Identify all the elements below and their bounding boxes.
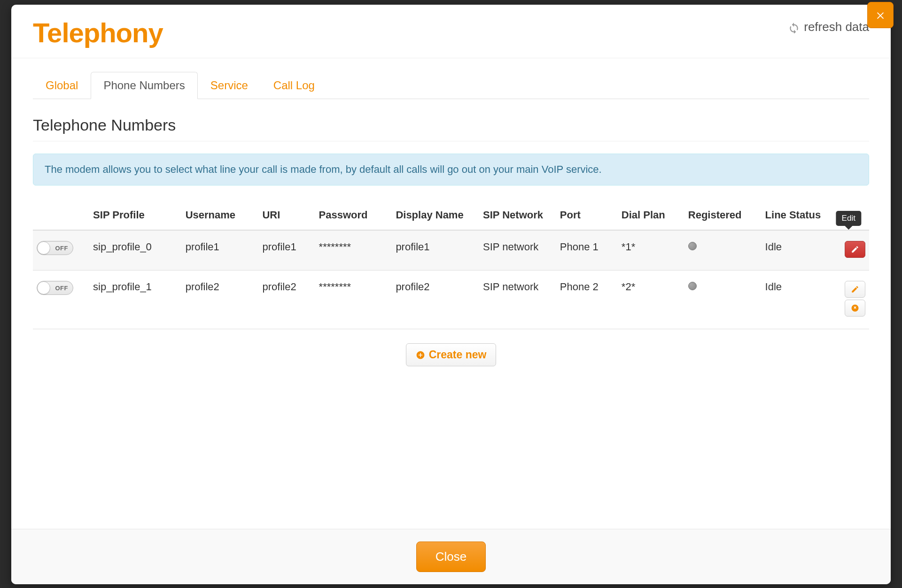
cell-uri: profile2 bbox=[258, 271, 315, 329]
cell-password: ******** bbox=[315, 271, 392, 329]
col-line-status: Line Status bbox=[762, 203, 828, 230]
cell-sip-network: SIP network bbox=[479, 230, 556, 271]
cell-username: profile1 bbox=[182, 230, 259, 271]
col-dial-plan: Dial Plan bbox=[618, 203, 684, 230]
plus-circle-icon bbox=[416, 350, 425, 360]
refresh-label: refresh data bbox=[804, 20, 869, 34]
col-username: Username bbox=[182, 203, 259, 230]
col-display-name: Display Name bbox=[392, 203, 479, 230]
cell-password: ******** bbox=[315, 230, 392, 271]
cell-sip-network: SIP network bbox=[479, 271, 556, 329]
telephony-modal: Telephony refresh data Global Phone Numb… bbox=[11, 5, 891, 584]
modal-footer: Close bbox=[11, 529, 891, 584]
section-title: Telephone Numbers bbox=[33, 116, 869, 141]
tab-service[interactable]: Service bbox=[198, 72, 261, 99]
col-password: Password bbox=[315, 203, 392, 230]
modal-header: Telephony refresh data bbox=[11, 5, 891, 58]
edit-icon bbox=[851, 285, 859, 294]
tab-call-log[interactable]: Call Log bbox=[261, 72, 327, 99]
delete-icon bbox=[851, 304, 859, 312]
info-alert: The modem allows you to select what line… bbox=[33, 154, 869, 186]
edit-icon bbox=[851, 245, 859, 254]
cell-line-status: Idle bbox=[762, 230, 828, 271]
cell-port: Phone 2 bbox=[556, 271, 618, 329]
refresh-icon bbox=[788, 21, 800, 33]
toggle-off-label: OFF bbox=[55, 285, 69, 292]
tab-global[interactable]: Global bbox=[33, 72, 91, 99]
delete-button[interactable] bbox=[845, 300, 865, 317]
cell-sip-profile: sip_profile_1 bbox=[89, 271, 182, 329]
edit-tooltip: Edit bbox=[836, 211, 861, 226]
table-row: OFF sip_profile_0 profile1 profile1 ****… bbox=[33, 230, 869, 271]
page-title: Telephony bbox=[33, 17, 163, 48]
cell-port: Phone 1 bbox=[556, 230, 618, 271]
modal-body: Global Phone Numbers Service Call Log Te… bbox=[11, 58, 891, 529]
phone-numbers-table: SIP Profile Username URI Password Displa… bbox=[33, 203, 869, 329]
close-icon bbox=[875, 10, 886, 20]
enable-toggle[interactable]: OFF bbox=[37, 281, 73, 295]
toggle-off-label: OFF bbox=[55, 245, 69, 252]
edit-button[interactable] bbox=[845, 241, 865, 258]
tab-bar: Global Phone Numbers Service Call Log bbox=[33, 71, 869, 99]
enable-toggle[interactable]: OFF bbox=[37, 241, 73, 255]
create-new-button[interactable]: Create new bbox=[406, 343, 497, 366]
registered-indicator bbox=[688, 282, 697, 290]
cell-dial-plan: *2* bbox=[618, 271, 684, 329]
table-row: OFF sip_profile_1 profile2 profile2 ****… bbox=[33, 271, 869, 329]
cell-uri: profile1 bbox=[258, 230, 315, 271]
cell-display-name: profile1 bbox=[392, 230, 479, 271]
modal-close-button[interactable] bbox=[867, 2, 894, 28]
col-port: Port bbox=[556, 203, 618, 230]
cell-display-name: profile2 bbox=[392, 271, 479, 329]
col-sip-profile: SIP Profile bbox=[89, 203, 182, 230]
toggle-knob bbox=[37, 241, 50, 255]
toggle-knob bbox=[37, 281, 50, 294]
cell-username: profile2 bbox=[182, 271, 259, 329]
tab-phone-numbers[interactable]: Phone Numbers bbox=[91, 72, 197, 99]
edit-button[interactable] bbox=[845, 281, 865, 298]
close-button[interactable]: Close bbox=[416, 542, 486, 572]
refresh-data-link[interactable]: refresh data bbox=[788, 20, 869, 34]
cell-line-status: Idle bbox=[762, 271, 828, 329]
cell-sip-profile: sip_profile_0 bbox=[89, 230, 182, 271]
col-registered: Registered bbox=[684, 203, 762, 230]
col-toggle bbox=[33, 203, 89, 230]
col-sip-network: SIP Network bbox=[479, 203, 556, 230]
create-new-label: Create new bbox=[429, 348, 487, 361]
cell-dial-plan: *1* bbox=[618, 230, 684, 271]
col-uri: URI bbox=[258, 203, 315, 230]
registered-indicator bbox=[688, 242, 697, 250]
